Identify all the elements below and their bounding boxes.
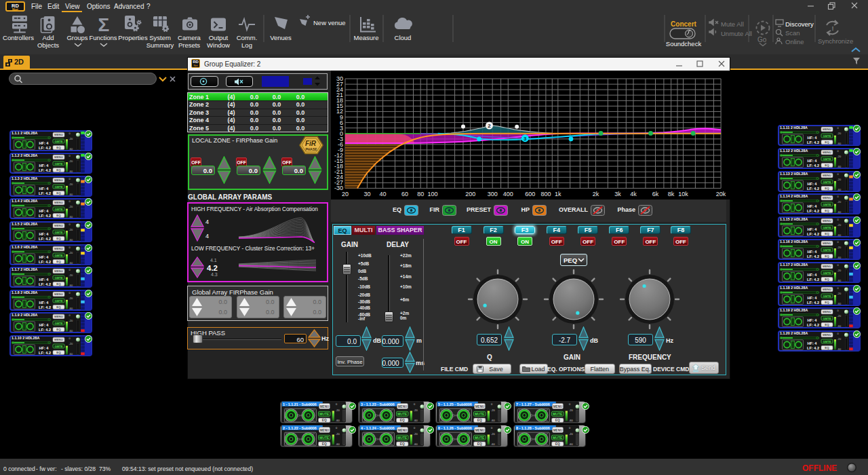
svg-text:GMTE: GMTE bbox=[823, 317, 831, 320]
svg-text:-20: -20 bbox=[414, 432, 418, 435]
svg-text:EQ: EQ bbox=[825, 346, 829, 349]
svg-text:0: 0 bbox=[69, 290, 71, 294]
svg-text:1.1.3 2 HDL28A: 1.1.3 2 HDL28A bbox=[12, 176, 37, 180]
svg-text:LF: 4.2: LF: 4.2 bbox=[807, 141, 819, 145]
svg-text:MENU: MENU bbox=[823, 151, 831, 154]
svg-text:-20: -20 bbox=[837, 291, 842, 294]
svg-text:1.1.9 2 HDL28A: 1.1.9 2 HDL28A bbox=[12, 314, 37, 318]
svg-text:-60: -60 bbox=[69, 284, 74, 287]
svg-text:HF: 4: HF: 4 bbox=[39, 345, 50, 349]
svg-text:GMTE: GMTE bbox=[823, 180, 831, 183]
svg-text:MENU: MENU bbox=[823, 333, 831, 337]
svg-text:-60: -60 bbox=[414, 442, 418, 446]
svg-text:1.1.20 2 HDL28A: 1.1.20 2 HDL28A bbox=[780, 331, 808, 335]
svg-text:-60: -60 bbox=[837, 233, 842, 237]
svg-text:LF: 4.2: LF: 4.2 bbox=[807, 209, 819, 213]
svg-text:LF: 4.2: LF: 4.2 bbox=[807, 164, 819, 168]
svg-text:EQ: EQ bbox=[56, 191, 61, 195]
svg-text:GMTE: GMTE bbox=[54, 344, 62, 347]
svg-text:EQ: EQ bbox=[825, 278, 829, 281]
svg-text:MUTE: MUTE bbox=[397, 436, 408, 440]
svg-text:30: 30 bbox=[336, 75, 343, 82]
svg-text:MUTE: MUTE bbox=[397, 411, 408, 415]
svg-text:EQ: EQ bbox=[825, 209, 829, 212]
svg-text:LF: 4.2: LF: 4.2 bbox=[807, 278, 819, 282]
svg-text:3k: 3k bbox=[614, 191, 621, 197]
svg-text:-60: -60 bbox=[837, 279, 842, 282]
svg-text:30: 30 bbox=[363, 191, 370, 197]
svg-text:-60: -60 bbox=[69, 261, 74, 265]
svg-text:5 - 1.1.25 - Sub9006: 5 - 1.1.25 - Sub9006 bbox=[438, 402, 472, 406]
svg-text:-20: -20 bbox=[837, 132, 842, 135]
svg-text:7 - 1.1.27 - Sub9006: 7 - 1.1.27 - Sub9006 bbox=[516, 402, 550, 406]
svg-text:MENU: MENU bbox=[54, 224, 63, 227]
svg-text:-20: -20 bbox=[491, 432, 496, 435]
svg-text:-60: -60 bbox=[837, 165, 842, 168]
svg-text:0: 0 bbox=[69, 336, 71, 339]
svg-text:-60: -60 bbox=[414, 419, 418, 422]
svg-text:1.1.1 2 HDL28A: 1.1.1 2 HDL28A bbox=[12, 131, 37, 135]
svg-text:Σ: Σ bbox=[98, 14, 110, 35]
svg-text:MUTE: MUTE bbox=[475, 411, 485, 415]
svg-text:EQ: EQ bbox=[56, 237, 61, 240]
svg-text:MENU: MENU bbox=[823, 174, 831, 177]
svg-text:LF: 4.2: LF: 4.2 bbox=[39, 305, 51, 309]
svg-text:0: 0 bbox=[69, 154, 71, 157]
svg-text:MENU: MENU bbox=[823, 219, 831, 223]
svg-text:MENU: MENU bbox=[823, 128, 831, 132]
svg-text:60: 60 bbox=[401, 191, 408, 197]
svg-text:4k: 4k bbox=[630, 191, 637, 197]
svg-text:MENU: MENU bbox=[397, 428, 407, 432]
svg-text:MENU: MENU bbox=[320, 428, 330, 432]
svg-text:1.1.6 2 HDL28A: 1.1.6 2 HDL28A bbox=[12, 245, 37, 249]
svg-text:1.1.5 2 HDL28A: 1.1.5 2 HDL28A bbox=[12, 222, 37, 226]
svg-text:MUTE: MUTE bbox=[475, 436, 485, 440]
svg-text:6 - 1.1.26 - Sub9006: 6 - 1.1.26 - Sub9006 bbox=[438, 425, 472, 430]
svg-text:1.1.4 2 HDL28A: 1.1.4 2 HDL28A bbox=[12, 200, 37, 204]
svg-text:2: 2 bbox=[488, 123, 491, 129]
svg-text:HF: 4: HF: 4 bbox=[808, 159, 818, 163]
svg-text:0: 0 bbox=[69, 314, 71, 317]
svg-text:-20: -20 bbox=[491, 408, 496, 411]
svg-text:EQ: EQ bbox=[56, 305, 61, 309]
svg-text:800: 800 bbox=[540, 191, 551, 197]
svg-text:400: 400 bbox=[503, 191, 513, 197]
svg-text:1 - 1.1.21 - Sub9006: 1 - 1.1.21 - Sub9006 bbox=[283, 402, 317, 406]
svg-text:-60: -60 bbox=[569, 419, 574, 422]
svg-text:MENU: MENU bbox=[823, 265, 831, 268]
svg-text:-20: -20 bbox=[69, 319, 74, 322]
svg-text:-20: -20 bbox=[69, 273, 74, 277]
svg-text:HF: 4: HF: 4 bbox=[808, 295, 818, 299]
svg-text:GMTE: GMTE bbox=[823, 248, 831, 252]
svg-text:LF: 4.2: LF: 4.2 bbox=[39, 282, 51, 286]
svg-text:-60: -60 bbox=[69, 193, 74, 196]
svg-text:EQ: EQ bbox=[56, 282, 61, 286]
svg-text:MENU: MENU bbox=[54, 292, 63, 296]
svg-text:1.1.2 2 HDL28A: 1.1.2 2 HDL28A bbox=[12, 153, 37, 157]
svg-text:-20: -20 bbox=[336, 408, 340, 411]
svg-text:LF: 4.2: LF: 4.2 bbox=[39, 328, 51, 332]
svg-text:1.1.19 2 HDL28A: 1.1.19 2 HDL28A bbox=[780, 308, 808, 312]
svg-text:EQ: EQ bbox=[825, 254, 829, 258]
svg-text:!: ! bbox=[832, 25, 834, 32]
svg-text:HF: 4: HF: 4 bbox=[808, 136, 818, 140]
svg-text:100: 100 bbox=[428, 191, 438, 197]
svg-text:MENU: MENU bbox=[54, 315, 63, 318]
svg-text:HF: 4: HF: 4 bbox=[808, 273, 818, 277]
svg-text:HF: 4: HF: 4 bbox=[808, 318, 818, 322]
svg-text:0: 0 bbox=[69, 268, 71, 271]
svg-text:-20: -20 bbox=[69, 341, 74, 345]
svg-text:0: 0 bbox=[837, 309, 840, 312]
svg-text:LF: 4.2: LF: 4.2 bbox=[39, 214, 51, 218]
svg-text:MENU: MENU bbox=[320, 404, 330, 408]
svg-text:EQ: EQ bbox=[56, 260, 61, 263]
svg-text:FiR: FiR bbox=[305, 140, 317, 147]
svg-text:GMTE: GMTE bbox=[823, 294, 831, 297]
svg-text:-20: -20 bbox=[837, 246, 842, 249]
svg-text:GMTE: GMTE bbox=[823, 225, 831, 229]
svg-text:-60: -60 bbox=[491, 419, 496, 422]
svg-text:LF: 4.2: LF: 4.2 bbox=[807, 187, 819, 191]
svg-text:-60: -60 bbox=[837, 302, 842, 305]
svg-text:-60: -60 bbox=[837, 347, 842, 351]
svg-text:HF: 4: HF: 4 bbox=[39, 140, 50, 145]
